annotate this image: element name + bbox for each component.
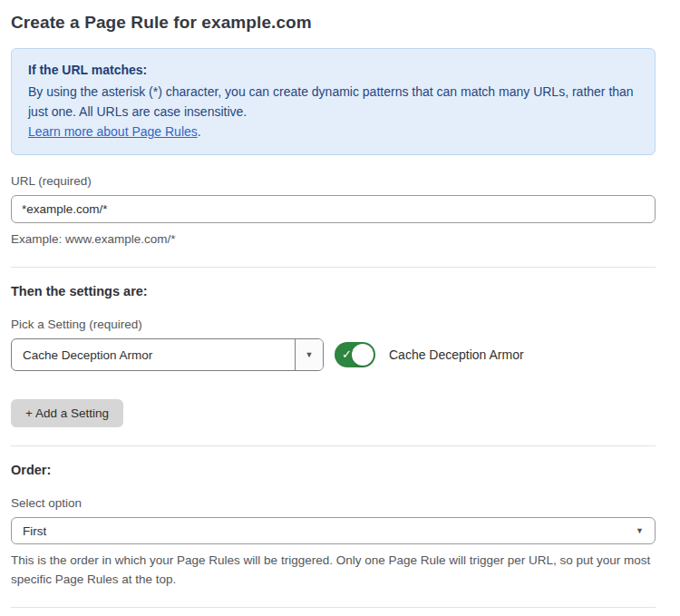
check-icon: ✓ xyxy=(342,347,352,361)
setting-select-value: Cache Deception Armor xyxy=(12,348,295,362)
url-example-hint: Example: www.example.com/* xyxy=(11,230,656,249)
setting-row: Cache Deception Armor ▼ ✓ Cache Deceptio… xyxy=(11,338,656,371)
order-heading: Order: xyxy=(11,463,656,477)
setting-select[interactable]: Cache Deception Armor ▼ xyxy=(11,338,324,371)
learn-more-link[interactable]: Learn more about Page Rules xyxy=(28,124,198,139)
cache-deception-armor-toggle[interactable]: ✓ xyxy=(335,342,375,367)
link-suffix: . xyxy=(198,124,201,139)
url-input[interactable] xyxy=(11,195,656,223)
info-box-link-line: Learn more about Page Rules. xyxy=(28,122,638,142)
caret-down-icon: ▼ xyxy=(636,527,644,535)
order-select-value: First xyxy=(23,524,46,538)
add-setting-button[interactable]: + Add a Setting xyxy=(11,399,123,427)
url-label: URL (required) xyxy=(11,174,656,188)
order-help-text: This is the order in which your Page Rul… xyxy=(11,551,656,589)
divider xyxy=(11,445,656,446)
info-box-body: By using the asterisk (*) character, you… xyxy=(28,82,638,122)
pick-setting-label: Pick a Setting (required) xyxy=(11,318,656,331)
divider xyxy=(11,607,656,608)
divider xyxy=(11,267,656,268)
caret-down-icon: ▼ xyxy=(306,351,314,359)
order-select[interactable]: First ▼ xyxy=(11,517,656,544)
toggle-knob xyxy=(352,344,374,366)
url-matches-info-box: If the URL matches: By using the asteris… xyxy=(11,48,656,155)
page-title: Create a Page Rule for example.com xyxy=(11,13,656,33)
toggle-label: Cache Deception Armor xyxy=(389,347,524,362)
settings-heading: Then the settings are: xyxy=(11,284,656,298)
order-select-label: Select option xyxy=(11,496,656,510)
create-page-rule-panel: Create a Page Rule for example.com If th… xyxy=(0,0,680,616)
info-box-heading: If the URL matches: xyxy=(28,60,638,80)
setting-select-arrow-button[interactable]: ▼ xyxy=(295,339,323,370)
